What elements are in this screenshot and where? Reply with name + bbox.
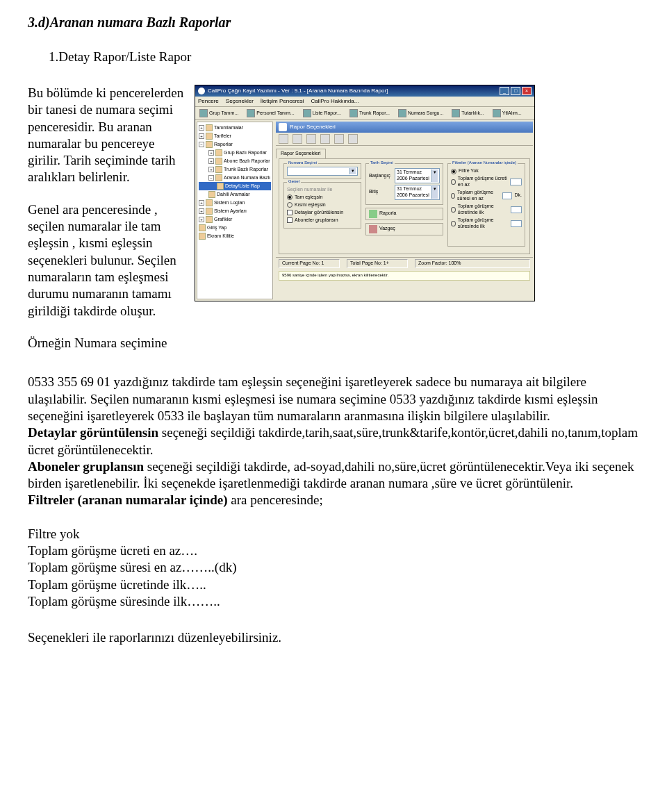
tree-item-label[interactable]: Giriş Yap bbox=[207, 225, 227, 231]
folder-icon bbox=[206, 141, 213, 148]
label: Tam eşleşsin bbox=[295, 194, 322, 201]
maximize-button[interactable]: □ bbox=[511, 87, 520, 95]
toolbar-button[interactable] bbox=[293, 134, 302, 144]
toolbar-button[interactable] bbox=[279, 134, 288, 144]
text-input[interactable] bbox=[511, 220, 522, 227]
paragraph: Seçenekleri ile raporlarınızı düzenleyeb… bbox=[28, 629, 639, 646]
expand-icon[interactable]: + bbox=[199, 208, 204, 214]
raporla-button[interactable]: Raporla bbox=[365, 208, 443, 220]
toolbar-button[interactable] bbox=[320, 134, 330, 144]
toolbar-button[interactable]: YtlAlım... bbox=[502, 110, 522, 117]
toolbar-button[interactable] bbox=[306, 134, 316, 144]
tree-item-label[interactable]: Aranan Numara Bazlı bbox=[224, 175, 270, 181]
tree-item-label[interactable]: Sistem Logları bbox=[214, 200, 245, 206]
expand-icon[interactable]: + bbox=[199, 133, 204, 139]
collapse-icon[interactable]: − bbox=[199, 142, 204, 147]
toolbar-button[interactable]: Numara Sorgu... bbox=[408, 110, 443, 117]
status-zoom: Zoom Factor: 100% bbox=[415, 259, 530, 268]
numara-combo[interactable]: ▾ bbox=[287, 167, 358, 176]
log-icon bbox=[206, 199, 213, 206]
emphasis: Detaylar görüntülensin bbox=[28, 425, 158, 440]
menu-item[interactable]: Pencere bbox=[198, 98, 219, 105]
toolbar-icon bbox=[493, 109, 501, 117]
checkbox-aboneler[interactable] bbox=[287, 217, 293, 223]
toolbar-icon bbox=[303, 109, 311, 117]
expand-icon[interactable]: + bbox=[208, 158, 214, 164]
tree-item-label[interactable]: Grup Bazlı Raporlar bbox=[224, 150, 267, 156]
tab-rapor-secenekleri[interactable]: Rapor Seçenekleri bbox=[276, 149, 326, 158]
radio-tam-eslessin[interactable] bbox=[287, 194, 293, 200]
report-icon bbox=[215, 174, 222, 181]
toolbar-button[interactable]: Personel Tanım... bbox=[256, 110, 294, 117]
tree-view[interactable]: +Tanımlamalar +Tarifeler −Raporlar +Grup… bbox=[197, 122, 273, 299]
tree-item-label[interactable]: Trunk Bazlı Raporlar bbox=[224, 167, 268, 173]
text-input[interactable] bbox=[511, 206, 522, 213]
folder-icon bbox=[206, 124, 213, 131]
toolbar-button[interactable]: Tutarlılık... bbox=[461, 110, 484, 117]
menu-item[interactable]: CallPro Hakkında... bbox=[311, 98, 359, 105]
expand-icon[interactable]: + bbox=[199, 125, 204, 131]
menu-item[interactable]: İletişim Penceresi bbox=[261, 98, 304, 105]
list-item: Toplam görüşme süresinde ilk…….. bbox=[28, 593, 639, 610]
status-total-page: Total Page No: 1+ bbox=[347, 259, 408, 268]
collapse-icon[interactable]: − bbox=[208, 175, 214, 181]
toolbar-button[interactable] bbox=[348, 134, 358, 144]
text-input[interactable] bbox=[502, 192, 512, 199]
radio-filtre-yok[interactable] bbox=[451, 169, 456, 174]
chart-icon bbox=[206, 216, 213, 223]
tree-item-label[interactable]: Dahili Aramalar bbox=[217, 192, 249, 198]
radio-sure-ilk[interactable] bbox=[451, 221, 456, 226]
tree-item-label[interactable]: Ekranı Kilitle bbox=[207, 233, 234, 240]
group-label: Tarih Seçimi bbox=[369, 160, 395, 166]
menu-item[interactable]: Seçenekler bbox=[226, 98, 254, 105]
expand-icon[interactable]: + bbox=[208, 167, 214, 172]
label: Seçilen numaralar ile bbox=[287, 187, 332, 193]
tree-item-label[interactable]: Detay/Liste Rap bbox=[225, 183, 260, 190]
checkbox-detaylar[interactable] bbox=[287, 210, 293, 215]
chevron-down-icon: ▾ bbox=[431, 186, 438, 199]
phone-icon bbox=[208, 191, 215, 198]
toolbar-button[interactable]: Liste Rapor... bbox=[313, 110, 341, 117]
toolbar-icon bbox=[199, 109, 208, 117]
paragraph: Genel ara penceresinde , seçilen numaral… bbox=[28, 201, 188, 320]
label: Dk. bbox=[514, 192, 522, 199]
expand-icon[interactable]: + bbox=[199, 200, 204, 206]
report-icon bbox=[369, 210, 377, 218]
radio-sure-enaz[interactable] bbox=[451, 193, 455, 199]
tree-item-label[interactable]: Raporlar bbox=[214, 142, 233, 148]
radio-kismi-eslessin[interactable] bbox=[287, 202, 293, 208]
expand-icon[interactable]: + bbox=[208, 150, 214, 156]
tree-item-label[interactable]: Sistem Ayarları bbox=[214, 208, 247, 215]
window-title: CallPro Çağrı Kayıt Yazılımı - Ver : 9.1… bbox=[208, 88, 388, 94]
expand-icon[interactable]: + bbox=[199, 217, 204, 222]
radio-ucret-enaz[interactable] bbox=[451, 179, 456, 185]
close-button[interactable]: × bbox=[522, 87, 532, 95]
toolbar-icon bbox=[398, 109, 406, 117]
chevron-down-icon: ▾ bbox=[349, 168, 356, 174]
label: Toplam görüşme süresi en az bbox=[457, 190, 500, 202]
vazgec-button[interactable]: Vazgeç bbox=[365, 223, 443, 235]
toolbar-button[interactable]: Grup Tanım... bbox=[209, 110, 238, 117]
status-current-page: Current Page No: 1 bbox=[279, 259, 340, 268]
radio-ucret-ilk[interactable] bbox=[451, 207, 456, 213]
inner-toolbar bbox=[276, 133, 533, 146]
toolbar-icon bbox=[247, 109, 255, 117]
tree-item-label[interactable]: Grafikler bbox=[214, 217, 232, 223]
report-icon bbox=[215, 158, 222, 165]
toolbar-button[interactable] bbox=[334, 134, 344, 144]
status-message: 9596 saniye içinde işlem yapılmazsa, ekr… bbox=[279, 271, 530, 281]
minimize-button[interactable]: _ bbox=[500, 87, 509, 95]
group-label: Genel bbox=[287, 179, 301, 185]
emphasis: Aboneler gruplansın bbox=[28, 459, 144, 474]
tree-item-label[interactable]: Tanımlamalar bbox=[214, 125, 243, 131]
toolbar-icon bbox=[349, 109, 358, 117]
paragraph: Filtreler (aranan numaralar içinde) ara … bbox=[28, 492, 639, 508]
app-icon bbox=[198, 88, 205, 94]
text-input[interactable] bbox=[510, 179, 522, 185]
tree-item-label[interactable]: Abone Bazlı Raporlar bbox=[224, 158, 270, 165]
date-picker[interactable]: 31 Temmuz 2006 Pazartesi▾ bbox=[395, 185, 440, 200]
date-picker[interactable]: 31 Temmuz 2006 Pazartesi▾ bbox=[395, 168, 440, 183]
toolbar-button[interactable]: Trunk Rapor... bbox=[359, 110, 390, 117]
menubar: Pencere Seçenekler İletişim Penceresi Ca… bbox=[195, 97, 534, 107]
tree-item-label[interactable]: Tarifeler bbox=[214, 133, 231, 140]
